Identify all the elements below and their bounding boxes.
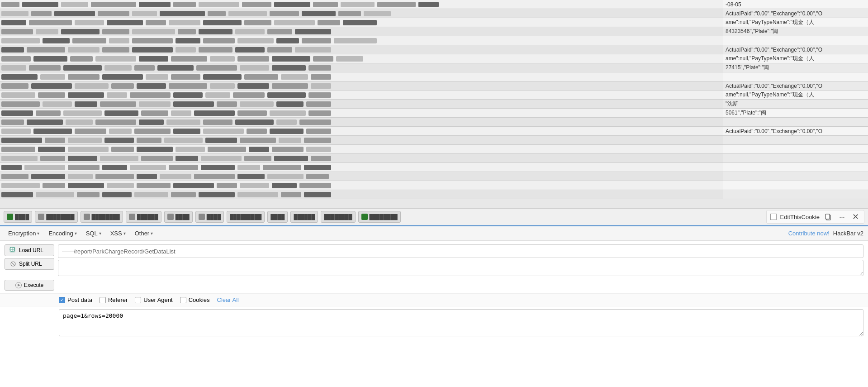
load-url-label: Load URL: [19, 247, 43, 253]
edit-cookie-more-icon[interactable]: ···: [837, 212, 847, 222]
right-text-line: ame":null,"PayTypeName":"现金（人: [723, 54, 868, 63]
toolbar-item-label: ████████: [370, 214, 398, 220]
hackbar-version: HackBar v2: [833, 230, 863, 237]
toolbar-gray-item-9[interactable]: ████████: [321, 211, 355, 223]
gray-icon-2: [84, 214, 90, 220]
url-input[interactable]: [58, 244, 863, 258]
url-textarea[interactable]: [58, 260, 863, 276]
toolbar-gray-item-3[interactable]: ██████: [126, 211, 161, 223]
url-input-area: [58, 244, 863, 276]
toolbar-item-label: ████: [15, 214, 29, 220]
menu-item-label: Encoding: [48, 230, 73, 237]
dropdown-arrow-icon: ▾: [75, 231, 77, 236]
main-content-area: -08-05 ActualPaid":"0.00","Exchange":"0.…: [0, 0, 868, 208]
menu-item-label: SQL: [86, 230, 98, 237]
post-data-textarea[interactable]: page=1&rows=20000: [59, 309, 863, 336]
checkbox-unchecked-icon: [100, 297, 106, 303]
execute-area: Execute: [0, 280, 868, 293]
contribute-link[interactable]: Contribute now!: [788, 230, 830, 237]
checkbox-cookies[interactable]: Cookies: [180, 296, 210, 303]
toolbar-gray-item-7[interactable]: ████: [267, 211, 288, 223]
right-text-line: ActualPaid":"0.00","Exchange":"0.00","O: [723, 81, 868, 91]
hackbar-side-buttons: Load URL Split URL: [5, 244, 54, 270]
toolbar-item-label: ████████: [92, 214, 120, 220]
menu-item-encoding[interactable]: Encoding ▾: [45, 229, 80, 238]
toolbar-gray-item-8[interactable]: ██████: [290, 211, 318, 223]
browser-toolbar: ████ ████████ ████████ ██████ ████ ████ …: [0, 208, 868, 225]
right-text-line: [723, 36, 868, 45]
svg-rect-1: [825, 214, 830, 219]
checkbox-unchecked-icon: [135, 297, 141, 303]
right-text-line: 27415","Plate":"闽: [723, 63, 868, 72]
toolbar-item-label: ████: [270, 214, 285, 220]
svg-line-8: [11, 262, 15, 266]
dropdown-arrow-icon: ▾: [151, 231, 153, 236]
toolbar-item-label: ████: [175, 214, 190, 220]
hackbar-url-area: Load URL Split URL: [0, 241, 868, 280]
menu-item-sql[interactable]: SQL ▾: [82, 229, 105, 238]
toolbar-gray-item-5[interactable]: ████: [195, 211, 224, 223]
split-url-icon: [9, 260, 17, 268]
checkboxes-area: ✓ Post data Referer User Agent Cookies C…: [0, 293, 868, 306]
right-text-line: [723, 72, 868, 81]
toolbar-item-label: ██████: [294, 214, 315, 220]
gray-icon-1: [38, 214, 44, 220]
post-data-area: page=1&rows=20000: [0, 306, 868, 343]
execute-button[interactable]: Execute: [5, 280, 54, 291]
checkbox-post-data[interactable]: ✓ Post data: [59, 296, 92, 303]
gray-icon-5: [199, 214, 205, 220]
checkbox-label: Post data: [67, 296, 92, 303]
checkbox-label: Cookies: [189, 296, 210, 303]
checkbox-label: Referer: [108, 296, 128, 303]
right-text-line: [723, 154, 868, 163]
toolbar-gray-item-4[interactable]: ████: [164, 211, 193, 223]
dropdown-arrow-icon: ▾: [99, 231, 101, 236]
toolbar-gray-item-1[interactable]: ████████: [35, 211, 77, 223]
green-icon: [7, 214, 13, 220]
toolbar-item-label: ████: [207, 214, 221, 220]
toolbar-green-item[interactable]: ████: [4, 211, 32, 223]
split-url-label: Split URL: [19, 261, 42, 267]
toolbar-item-label: █████████: [230, 214, 261, 220]
right-text-line: ActualPaid":"0.00","Exchange":"0.00","O: [723, 9, 868, 18]
svg-marker-10: [18, 284, 20, 287]
green-icon-2: [361, 214, 368, 220]
menu-item-xss[interactable]: XSS ▾: [107, 229, 129, 238]
right-text-line: ActualPaid":"0.00","Exchange":"0.00","O: [723, 127, 868, 136]
right-text-line: [723, 145, 868, 154]
toolbar-item-label: ████████: [46, 214, 74, 220]
right-text-line: [723, 190, 868, 199]
checkbox-unchecked-icon: [180, 297, 186, 303]
checkbox-referer[interactable]: Referer: [100, 296, 128, 303]
right-text-line: [723, 136, 868, 145]
split-url-button[interactable]: Split URL: [5, 258, 54, 270]
menu-item-label: XSS: [110, 230, 122, 237]
toolbar-gray-item-2[interactable]: ████████: [81, 211, 123, 223]
right-text-line: ActualPaid":"0.00","Exchange":"0.00","O: [723, 45, 868, 54]
toolbar-green-item-2[interactable]: ████████: [358, 211, 401, 223]
menu-item-other[interactable]: Other ▾: [131, 229, 157, 238]
toolbar-item-label: ████████: [324, 214, 352, 220]
right-text-line: ame":null,"PayTypeName":"现金（人: [723, 91, 868, 100]
gray-icon-4: [167, 214, 174, 220]
right-side-text: -08-05 ActualPaid":"0.00","Exchange":"0.…: [723, 0, 868, 208]
clear-all-link[interactable]: Clear All: [217, 296, 239, 303]
edit-cookie-copy-icon[interactable]: [823, 212, 833, 222]
checkbox-user-agent[interactable]: User Agent: [135, 296, 172, 303]
execute-icon: [15, 282, 22, 288]
edit-cookie-checkbox[interactable]: [770, 214, 777, 220]
hackbar-menu: Encryption ▾ Encoding ▾ SQL ▾ XSS ▾ Othe…: [0, 226, 868, 241]
checkbox-label: User Agent: [143, 296, 172, 303]
menu-item-encryption[interactable]: Encryption ▾: [5, 229, 43, 238]
right-text-line: [723, 181, 868, 190]
right-text-line: [723, 163, 868, 172]
edit-cookie-close-icon[interactable]: ✕: [850, 212, 860, 222]
dropdown-arrow-icon: ▾: [37, 231, 39, 236]
gray-icon-3: [129, 214, 135, 220]
right-text-line: [723, 172, 868, 181]
load-url-button[interactable]: Load URL: [5, 244, 54, 256]
dropdown-arrow-icon: ▾: [123, 231, 126, 236]
toolbar-gray-item-6[interactable]: █████████: [227, 211, 265, 223]
hackbar-panel: Encryption ▾ Encoding ▾ SQL ▾ XSS ▾ Othe…: [0, 225, 868, 343]
menu-item-label: Encryption: [8, 230, 36, 237]
